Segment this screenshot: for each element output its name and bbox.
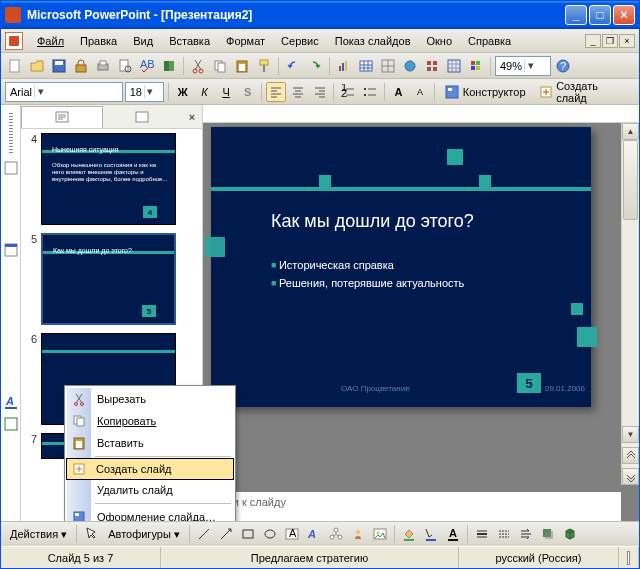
open-icon[interactable] <box>27 56 47 76</box>
ctx-delete-slide[interactable]: Удалить слайд <box>67 479 233 501</box>
spellcheck-icon[interactable]: ABC <box>137 56 157 76</box>
ctx-design[interactable]: Оформление слайда… <box>67 506 233 521</box>
save-icon[interactable] <box>49 56 69 76</box>
arrow-icon[interactable] <box>216 524 236 544</box>
line-color-icon[interactable] <box>421 524 441 544</box>
ctx-new-slide[interactable]: Создать слайд <box>66 458 234 480</box>
shadow-icon[interactable]: S <box>238 82 258 102</box>
font-color-side-icon[interactable]: A <box>2 393 20 411</box>
slide-title[interactable]: Как мы дошли до этого? <box>271 211 474 232</box>
chevron-down-icon[interactable]: ▾ <box>144 85 156 98</box>
zoom-combo[interactable]: 49%▾ <box>495 56 551 76</box>
clipart-icon[interactable] <box>348 524 368 544</box>
menu-edit[interactable]: Правка <box>72 33 125 49</box>
status-ext-icon[interactable] <box>619 547 639 568</box>
paste-icon[interactable] <box>232 56 252 76</box>
3d-style-icon[interactable] <box>560 524 580 544</box>
line-icon[interactable] <box>194 524 214 544</box>
color-icon[interactable] <box>466 56 486 76</box>
task-pane-icon[interactable] <box>2 241 20 259</box>
fill-color-icon[interactable] <box>399 524 419 544</box>
underline-icon[interactable]: Ч <box>216 82 236 102</box>
oval-icon[interactable] <box>260 524 280 544</box>
new-slide-button[interactable]: Создать слайд <box>533 82 636 102</box>
document-icon[interactable] <box>5 32 23 50</box>
menu-slideshow[interactable]: Показ слайдов <box>327 33 419 49</box>
help-icon[interactable]: ? <box>553 56 573 76</box>
numbered-list-icon[interactable]: 12 <box>338 82 358 102</box>
wordart-icon[interactable]: A <box>304 524 324 544</box>
cut-icon[interactable] <box>188 56 208 76</box>
tables-borders-icon[interactable] <box>378 56 398 76</box>
ctx-paste[interactable]: Вставить <box>67 432 233 454</box>
outline-view-icon[interactable] <box>2 159 20 177</box>
menu-file[interactable]: Файл <box>29 33 72 49</box>
rectangle-icon[interactable] <box>238 524 258 544</box>
tab-outline[interactable] <box>103 106 183 128</box>
show-grid-icon[interactable] <box>444 56 464 76</box>
notes-pane[interactable]: ртки к слайду <box>211 491 621 521</box>
menu-window[interactable]: Окно <box>419 33 461 49</box>
tab-slides[interactable] <box>21 106 103 128</box>
font-color-icon[interactable]: A <box>443 524 463 544</box>
print-preview-icon[interactable] <box>115 56 135 76</box>
picture-icon[interactable] <box>370 524 390 544</box>
chevron-down-icon[interactable]: ▾ <box>524 59 536 72</box>
diagram-icon[interactable] <box>326 524 346 544</box>
scroll-thumb[interactable] <box>623 140 638 220</box>
scroll-up-icon[interactable]: ▲ <box>622 123 639 140</box>
maximize-button[interactable]: □ <box>589 5 611 25</box>
new-file-icon[interactable] <box>5 56 25 76</box>
close-button[interactable]: × <box>613 5 635 25</box>
increase-font-icon[interactable]: A <box>389 82 409 102</box>
format-painter-icon[interactable] <box>254 56 274 76</box>
highlight-side-icon[interactable] <box>2 415 20 433</box>
textbox-icon[interactable]: A <box>282 524 302 544</box>
font-name-combo[interactable]: Arial▾ <box>5 82 123 102</box>
copy-icon[interactable] <box>210 56 230 76</box>
menu-tools[interactable]: Сервис <box>273 33 327 49</box>
italic-icon[interactable]: К <box>195 82 215 102</box>
permissions-icon[interactable] <box>71 56 91 76</box>
mdi-close[interactable]: × <box>619 34 635 48</box>
arrow-style-icon[interactable] <box>516 524 536 544</box>
undo-icon[interactable] <box>283 56 303 76</box>
chart-icon[interactable] <box>334 56 354 76</box>
actions-button[interactable]: Действия ▾ <box>5 524 72 544</box>
designer-button[interactable]: Конструктор <box>439 82 531 102</box>
autoshapes-button[interactable]: Автофигуры ▾ <box>103 524 185 544</box>
align-right-icon[interactable] <box>310 82 330 102</box>
status-language[interactable]: русский (Россия) <box>459 547 619 568</box>
ctx-copy[interactable]: Копировать <box>67 410 233 432</box>
print-icon[interactable] <box>93 56 113 76</box>
table-icon[interactable] <box>356 56 376 76</box>
research-icon[interactable] <box>159 56 179 76</box>
mdi-minimize[interactable]: _ <box>585 34 601 48</box>
menu-view[interactable]: Вид <box>125 33 161 49</box>
thumbnail-item[interactable]: 5 Как мы дошли до этого? 5 <box>25 233 198 325</box>
minimize-button[interactable]: _ <box>565 5 587 25</box>
menu-help[interactable]: Справка <box>460 33 519 49</box>
line-style-icon[interactable] <box>472 524 492 544</box>
redo-icon[interactable] <box>305 56 325 76</box>
thumbnail-item[interactable]: 4 Нынешняя ситуация Обзор нынешнего сост… <box>25 133 198 225</box>
grid-icon[interactable] <box>422 56 442 76</box>
scroll-down-icon[interactable]: ▼ <box>622 426 639 443</box>
align-left-icon[interactable] <box>266 82 286 102</box>
decrease-font-icon[interactable]: A <box>410 82 430 102</box>
vertical-scrollbar[interactable]: ▲ ▼ <box>621 123 639 485</box>
align-center-icon[interactable] <box>288 82 308 102</box>
hyperlink-icon[interactable] <box>400 56 420 76</box>
font-size-combo[interactable]: 18▾ <box>125 82 164 102</box>
select-icon[interactable] <box>81 524 101 544</box>
current-slide[interactable]: Как мы дошли до этого? Историческая спра… <box>211 127 591 407</box>
menu-format[interactable]: Формат <box>218 33 273 49</box>
close-panel-icon[interactable]: × <box>182 111 202 123</box>
prev-slide-icon[interactable] <box>622 447 639 464</box>
next-slide-icon[interactable] <box>622 468 639 485</box>
menu-insert[interactable]: Вставка <box>161 33 218 49</box>
bold-icon[interactable]: Ж <box>173 82 193 102</box>
dash-style-icon[interactable] <box>494 524 514 544</box>
mdi-restore[interactable]: ❐ <box>602 34 618 48</box>
chevron-down-icon[interactable]: ▾ <box>34 85 46 98</box>
